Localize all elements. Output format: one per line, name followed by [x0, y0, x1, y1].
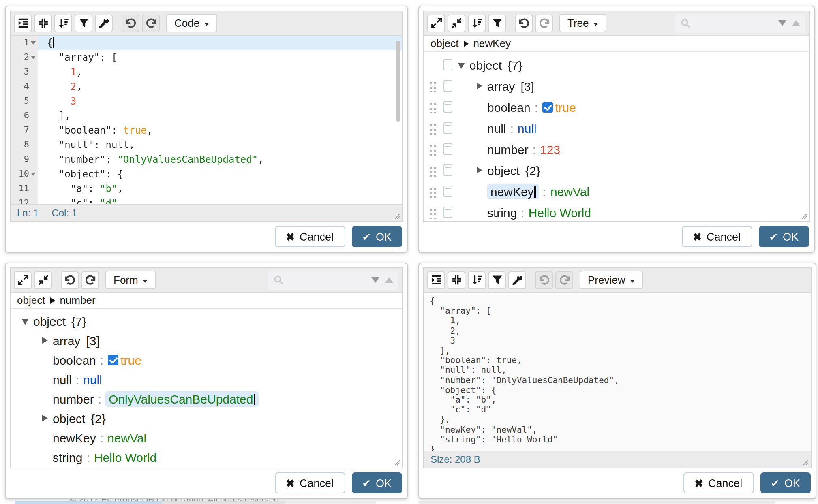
redo-button[interactable]: [535, 14, 553, 32]
breadcrumb-root[interactable]: object: [17, 294, 45, 306]
node-value[interactable]: null: [83, 372, 102, 386]
redo-button[interactable]: [81, 271, 99, 289]
search-next-button[interactable]: [778, 20, 786, 26]
node-key[interactable]: string: [487, 205, 517, 219]
search-input[interactable]: [695, 17, 775, 30]
form-mode-dropdown[interactable]: Form: [105, 271, 156, 289]
fold-icon[interactable]: [31, 173, 36, 176]
boolean-checkbox[interactable]: [107, 355, 118, 365]
node-key[interactable]: object: [487, 163, 520, 177]
drag-handle-icon[interactable]: [428, 206, 436, 218]
sort-button[interactable]: [54, 14, 72, 32]
undo-button[interactable]: [515, 14, 533, 32]
filter-button[interactable]: [75, 14, 92, 32]
cancel-button[interactable]: ✖Cancel: [274, 472, 345, 493]
expand-all-button[interactable]: [14, 271, 32, 289]
expander-icon[interactable]: [40, 335, 49, 346]
cancel-button[interactable]: ✖Cancel: [681, 226, 752, 247]
repair-button[interactable]: [508, 271, 526, 289]
tree-mode-dropdown[interactable]: Tree: [559, 14, 607, 32]
cancel-button[interactable]: ✖Cancel: [274, 226, 345, 247]
node-value[interactable]: true: [120, 353, 141, 367]
node-key[interactable]: boolean: [487, 100, 531, 114]
compact-button[interactable]: [448, 271, 465, 289]
node-value[interactable]: true: [555, 100, 576, 114]
search-next-button[interactable]: [371, 277, 379, 283]
fold-icon[interactable]: [31, 41, 36, 45]
search-previous-button[interactable]: [385, 277, 393, 283]
drag-handle-icon[interactable]: [428, 80, 436, 92]
node-value[interactable]: OnlyValuesCanBeUpdated: [105, 391, 258, 406]
drag-handle-icon[interactable]: [428, 164, 436, 176]
sort-button[interactable]: [468, 271, 486, 289]
undo-button[interactable]: [122, 14, 139, 32]
fold-icon[interactable]: [31, 56, 36, 59]
collapse-all-button[interactable]: [448, 14, 465, 32]
expander-icon[interactable]: [456, 60, 466, 70]
row-menu-icon[interactable]: [443, 59, 452, 70]
node-value[interactable]: Hello World: [529, 205, 591, 219]
drag-handle-icon[interactable]: [428, 122, 436, 134]
format-button[interactable]: [427, 271, 445, 289]
redo-button[interactable]: [555, 271, 573, 289]
node-value[interactable]: newVal: [107, 431, 146, 444]
undo-button[interactable]: [61, 271, 79, 289]
undo-button[interactable]: [535, 271, 553, 289]
row-menu-icon[interactable]: [443, 143, 452, 155]
resize-handle[interactable]: [800, 212, 808, 220]
node-key[interactable]: number: [487, 142, 529, 156]
drag-handle-icon[interactable]: [428, 143, 436, 155]
resize-handle[interactable]: [802, 459, 810, 467]
node-key[interactable]: object: [469, 58, 502, 72]
breadcrumb-leaf[interactable]: number: [60, 294, 95, 306]
resize-handle[interactable]: [393, 459, 401, 467]
row-menu-icon[interactable]: [443, 186, 452, 197]
node-value[interactable]: Hello World: [94, 450, 157, 464]
row-menu-icon[interactable]: [443, 207, 452, 218]
key-value-separator: :: [521, 205, 524, 219]
compact-button[interactable]: [34, 14, 52, 32]
node-key[interactable]: newKey: [487, 184, 539, 199]
collapse-all-button[interactable]: [34, 271, 52, 289]
breadcrumb-root[interactable]: object: [430, 37, 458, 49]
expand-all-button[interactable]: [427, 14, 445, 32]
drag-handle-icon[interactable]: [428, 185, 436, 197]
code-line: 11 "a": "b",: [11, 182, 402, 196]
code-text-area[interactable]: 1{2 "array": [3 1,4 2,5 36 ],7 "boolean"…: [11, 36, 402, 204]
ok-button[interactable]: ✔OK: [760, 472, 811, 493]
node-value[interactable]: null: [518, 121, 537, 135]
filter-button[interactable]: [488, 271, 506, 289]
node-key[interactable]: array: [487, 79, 515, 93]
code-mode-dropdown[interactable]: Code: [166, 14, 217, 32]
expander-icon[interactable]: [474, 81, 484, 91]
code-line: 9 "number": "OnlyValuesCanBeUpdated",: [11, 152, 402, 167]
expander-icon[interactable]: [40, 413, 49, 423]
row-menu-icon[interactable]: [443, 164, 452, 176]
ok-button[interactable]: ✔OK: [351, 472, 402, 493]
row-menu-icon[interactable]: [443, 80, 452, 92]
resize-handle[interactable]: [393, 212, 401, 220]
node-key[interactable]: null: [487, 121, 506, 135]
search-input[interactable]: [288, 273, 368, 286]
boolean-checkbox[interactable]: [542, 102, 552, 112]
filter-button[interactable]: [488, 14, 506, 32]
preview-mode-dropdown[interactable]: Preview: [580, 271, 643, 289]
search-previous-button[interactable]: [792, 20, 800, 26]
cancel-button[interactable]: ✖Cancel: [683, 472, 754, 493]
ok-button[interactable]: ✔OK: [758, 226, 809, 247]
expander-icon[interactable]: [20, 316, 30, 326]
redo-button[interactable]: [142, 14, 160, 32]
format-button[interactable]: [14, 14, 32, 32]
node-value[interactable]: 123: [540, 142, 560, 156]
breadcrumb-leaf[interactable]: newKey: [473, 37, 511, 49]
drag-handle-icon[interactable]: [428, 101, 436, 113]
expander-icon[interactable]: [474, 165, 484, 175]
row-menu-icon[interactable]: [443, 101, 452, 113]
node-value[interactable]: newVal: [550, 184, 589, 198]
code-scrollbar[interactable]: [396, 41, 400, 122]
row-menu-icon[interactable]: [443, 122, 452, 134]
tree-row: number:OnlyValuesCanBeUpdated: [11, 389, 402, 408]
ok-button[interactable]: ✔OK: [351, 226, 402, 247]
repair-button[interactable]: [95, 14, 113, 32]
sort-button[interactable]: [468, 14, 486, 32]
